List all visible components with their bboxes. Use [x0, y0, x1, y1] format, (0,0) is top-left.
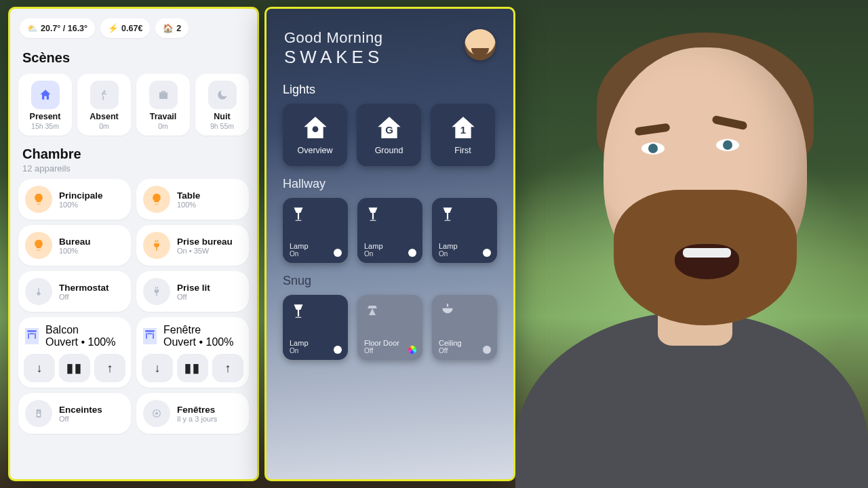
- device-thermostat[interactable]: ThermostatOff: [18, 271, 131, 312]
- hallway-lamp-3[interactable]: LampOn: [432, 198, 497, 263]
- scene-label: Present: [22, 112, 68, 121]
- tile-title: Lamp: [290, 242, 341, 250]
- user-name: SWAKES: [284, 47, 383, 68]
- svg-point-5: [155, 412, 158, 415]
- device-name: Thermostat: [59, 283, 109, 293]
- device-state: Off: [177, 293, 210, 301]
- tile-title: Floor Door: [364, 339, 416, 347]
- hallway-lamp-1[interactable]: LampOn: [283, 198, 348, 263]
- bulb-icon: [25, 186, 52, 213]
- device-state: 100%: [59, 247, 91, 255]
- status-temp: 20.7° / 16.3°: [41, 24, 87, 33]
- lamp-icon: [290, 205, 341, 225]
- bulb-icon: [25, 232, 52, 259]
- scene-nuit[interactable]: Nuit 9h 55m: [195, 74, 249, 136]
- room-subheading: 12 appareils: [10, 163, 257, 176]
- cover-up-button[interactable]: ↑: [94, 354, 125, 382]
- ceiling-light-icon: [439, 302, 490, 322]
- status-weather-pill[interactable]: ⛅ 20.7° / 16.3°: [20, 18, 95, 38]
- status-people: 2: [176, 24, 181, 33]
- cover-fenetre: FenêtreOuvert • 100% ↓ ▮▮ ↑: [136, 317, 249, 388]
- room-heading: Chambre: [10, 142, 257, 166]
- rgb-dot-icon: [408, 346, 416, 354]
- shutter-icon: [25, 328, 39, 344]
- state-dot-icon: [483, 346, 491, 354]
- scene-sub: 15h 35m: [22, 122, 68, 130]
- state-dot-icon: [483, 249, 491, 257]
- device-name: Table: [177, 190, 200, 201]
- house-bulb-icon: [302, 115, 329, 142]
- tile-title: Lamp: [290, 339, 341, 347]
- device-state: 100%: [59, 201, 103, 209]
- nav-label: First: [454, 146, 471, 155]
- lamp-icon: [364, 205, 416, 225]
- house-1-icon: 1: [450, 115, 477, 142]
- scene-present[interactable]: Present 15h 35m: [18, 74, 72, 136]
- scenes-heading: Scènes: [10, 43, 257, 70]
- state-dot-icon: [408, 249, 416, 257]
- scene-sub: 0m: [81, 122, 127, 130]
- device-bureau[interactable]: Bureau100%: [18, 225, 131, 266]
- device-state: On • 35W: [177, 247, 233, 255]
- sensor-icon: [143, 400, 170, 427]
- snug-ceiling[interactable]: CeilingOff: [432, 295, 497, 360]
- tile-title: Ceiling: [439, 339, 490, 347]
- cover-pause-button[interactable]: ▮▮: [177, 354, 208, 382]
- device-prise-bureau[interactable]: Prise bureauOn • 35W: [136, 225, 249, 266]
- device-name: Fenêtres: [177, 405, 217, 415]
- status-people-pill[interactable]: 🏠 2: [155, 18, 189, 38]
- status-energy-pill[interactable]: ⚡ 0.67€: [100, 18, 150, 38]
- plug-icon: [143, 278, 170, 305]
- cover-up-button[interactable]: ↑: [212, 354, 243, 382]
- hallway-lamp-2[interactable]: LampOn: [357, 198, 422, 263]
- device-principale[interactable]: Principale100%: [18, 179, 131, 220]
- cover-state: Ouvert • 100%: [163, 336, 233, 348]
- lamp-icon: [439, 205, 490, 225]
- nav-label: Overview: [297, 146, 332, 155]
- device-name: Prise lit: [177, 283, 210, 293]
- cover-down-button[interactable]: ↓: [142, 354, 173, 382]
- cover-pause-button[interactable]: ▮▮: [59, 354, 90, 382]
- svg-point-6: [312, 126, 318, 132]
- scene-label: Absent: [81, 112, 127, 121]
- scene-sub: 0m: [140, 122, 186, 130]
- house-g-icon: G: [376, 115, 403, 142]
- device-name: Enceintes: [59, 405, 102, 415]
- scene-absent[interactable]: Absent 0m: [77, 74, 131, 136]
- bolt-icon: ⚡: [108, 23, 119, 33]
- weather-icon: ⛅: [27, 23, 38, 33]
- snug-lamp[interactable]: LampOn: [283, 295, 348, 360]
- cover-down-button[interactable]: ↓: [24, 354, 55, 382]
- nav-ground[interactable]: G Ground: [357, 104, 421, 166]
- device-name: Prise bureau: [177, 237, 233, 247]
- device-state: Off: [59, 293, 109, 301]
- device-fenetres[interactable]: FenêtresIl y a 3 jours: [136, 393, 249, 434]
- cover-name: Balcon: [45, 324, 115, 336]
- nav-first[interactable]: 1 First: [431, 104, 495, 166]
- avatar[interactable]: [465, 29, 496, 60]
- cover-name: Fenêtre: [163, 324, 233, 336]
- device-name: Bureau: [59, 237, 91, 247]
- speaker-icon: [25, 400, 52, 427]
- shutter-icon: [143, 328, 157, 344]
- home-icon: 🏠: [163, 23, 174, 33]
- briefcase-icon: [149, 81, 178, 109]
- device-table[interactable]: Table100%: [136, 179, 249, 220]
- svg-text:G: G: [385, 124, 393, 136]
- scene-label: Travail: [140, 112, 186, 121]
- status-energy: 0.67€: [121, 24, 142, 33]
- home-icon: [31, 81, 60, 109]
- scene-travail[interactable]: Travail 0m: [136, 74, 190, 136]
- section-hallway-heading: Hallway: [267, 167, 513, 194]
- nav-label: Ground: [375, 146, 403, 155]
- device-prise-lit[interactable]: Prise litOff: [136, 271, 249, 312]
- greeting-text: Good Morning: [284, 29, 383, 47]
- device-enceintes[interactable]: EnceintesOff: [18, 393, 131, 434]
- svg-point-3: [37, 413, 40, 416]
- tile-title: Lamp: [439, 242, 490, 250]
- walk-icon: [90, 81, 119, 109]
- scene-sub: 9h 55m: [199, 122, 245, 130]
- snug-floor-door[interactable]: Floor DoorOff: [357, 295, 422, 360]
- device-state: Il y a 3 jours: [177, 415, 217, 423]
- nav-overview[interactable]: Overview: [283, 104, 347, 166]
